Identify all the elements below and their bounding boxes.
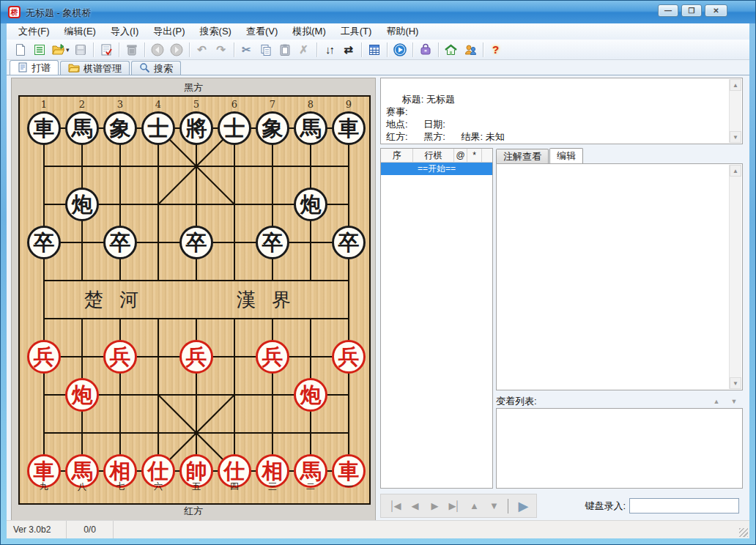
black-piece-卒[interactable]: 卒: [179, 226, 213, 259]
scroll-up-icon[interactable]: ▲: [730, 165, 741, 177]
cut-icon[interactable]: ✂: [237, 41, 256, 59]
move-col-1[interactable]: 序: [381, 149, 413, 162]
paste-icon[interactable]: [275, 41, 294, 59]
info-scrollbar[interactable]: ▲ ▼: [729, 79, 741, 143]
copy-icon[interactable]: [256, 41, 275, 59]
nav-play-button[interactable]: ▶: [514, 497, 532, 515]
menu-item-1[interactable]: 文件(F): [11, 23, 57, 40]
nav-next-button[interactable]: ▶: [425, 497, 443, 515]
nav-up-button[interactable]: ▲: [464, 497, 483, 515]
trash-icon[interactable]: [122, 41, 141, 59]
pack-manager-icon[interactable]: [416, 41, 435, 59]
variation-list[interactable]: [496, 408, 743, 489]
keyboard-entry-input[interactable]: [629, 498, 739, 514]
nav-last-button[interactable]: ▶│: [445, 497, 463, 515]
annotation-tabs: 注解查看编辑: [496, 148, 584, 163]
tab-label: 搜索: [154, 62, 173, 75]
tab-manage[interactable]: 棋谱管理: [60, 61, 130, 75]
forward-icon[interactable]: [167, 41, 186, 59]
annotation-tab-edit[interactable]: 编辑: [549, 148, 583, 163]
undo-icon[interactable]: ↶: [193, 41, 212, 59]
column-number-top: 7: [265, 99, 280, 110]
red-piece-兵[interactable]: 兵: [332, 340, 366, 374]
menu-item-3[interactable]: 导入(I): [103, 23, 146, 40]
annotation-editor[interactable]: ▲ ▼: [496, 163, 743, 390]
flip-vertical-icon[interactable]: ↓↑: [320, 41, 339, 59]
menu-item-6[interactable]: 查看(V): [239, 23, 285, 40]
column-number-bottom: 六: [150, 481, 166, 493]
column-number-bottom: 五: [188, 481, 204, 493]
new-file-icon[interactable]: [11, 41, 30, 59]
toolbar-separator: [387, 42, 388, 57]
black-piece-卒[interactable]: 卒: [103, 226, 137, 259]
open-dropdown-icon[interactable]: ▾: [66, 46, 70, 53]
variation-up-icon[interactable]: ▲: [709, 396, 724, 407]
close-button[interactable]: ✕: [705, 4, 727, 17]
toolbar-separator: [189, 42, 190, 57]
minimize-button[interactable]: —: [658, 4, 678, 17]
move-col-4[interactable]: *: [467, 149, 482, 162]
scroll-down-icon[interactable]: ▼: [730, 131, 741, 143]
menu-item-9[interactable]: 帮助(H): [379, 23, 426, 40]
menu-item-2[interactable]: 编辑(E): [57, 23, 103, 40]
move-col-2[interactable]: 行棋: [413, 149, 454, 162]
users-icon[interactable]: [461, 41, 480, 59]
home-icon[interactable]: [442, 41, 461, 59]
red-piece-兵[interactable]: 兵: [256, 340, 289, 374]
black-piece-馬[interactable]: 馬: [65, 111, 99, 145]
move-row[interactable]: ==开始==: [381, 163, 492, 175]
black-piece-馬[interactable]: 馬: [294, 111, 327, 145]
red-piece-炮[interactable]: 炮: [294, 378, 327, 412]
black-piece-炮[interactable]: 炮: [65, 188, 99, 221]
nav-first-button[interactable]: │◀: [385, 497, 404, 515]
nav-down-button[interactable]: ▼: [484, 497, 503, 515]
board-setup-icon[interactable]: [365, 41, 384, 59]
black-piece-卒[interactable]: 卒: [27, 226, 61, 259]
tab-dapu[interactable]: 打谱: [10, 60, 59, 75]
annotation-tab-view[interactable]: 注解查看: [496, 149, 549, 163]
variation-down-icon[interactable]: ▼: [727, 396, 741, 407]
black-piece-士[interactable]: 士: [141, 111, 175, 145]
menu-item-5[interactable]: 搜索(S): [193, 23, 239, 40]
black-piece-象[interactable]: 象: [256, 111, 289, 145]
move-col-3[interactable]: @: [454, 149, 467, 162]
black-piece-將[interactable]: 將: [179, 111, 213, 145]
nav-prev-button[interactable]: ◀: [405, 497, 423, 515]
red-piece-兵[interactable]: 兵: [179, 340, 213, 374]
move-col-5[interactable]: [482, 149, 492, 162]
back-icon[interactable]: [148, 41, 167, 59]
red-piece-炮[interactable]: 炮: [65, 378, 99, 412]
column-number-bottom: 二: [303, 481, 319, 493]
game-info-edit-icon[interactable]: [97, 41, 116, 59]
game-list-icon[interactable]: [30, 41, 49, 59]
keyboard-entry-label: 键盘录入:: [585, 500, 626, 513]
resize-grip[interactable]: [739, 528, 748, 537]
black-piece-卒[interactable]: 卒: [256, 226, 289, 259]
black-piece-士[interactable]: 士: [218, 111, 251, 145]
black-piece-車[interactable]: 車: [332, 111, 366, 145]
scroll-up-icon[interactable]: ▲: [730, 79, 741, 91]
black-piece-炮[interactable]: 炮: [294, 188, 327, 221]
scroll-down-icon[interactable]: ▼: [730, 377, 741, 389]
game-info-text: 标题: 无标题 赛事: 地点: 日期: 红方: 黑方: 结果: 未知 讲评: 录…: [386, 94, 505, 144]
title-bar: 桥 无标题 - 象棋桥 — ❐ ✕: [1, 1, 755, 23]
redo-icon[interactable]: ↷: [212, 41, 231, 59]
menu-item-8[interactable]: 工具(T): [333, 23, 379, 40]
delete-icon[interactable]: ✗: [294, 41, 314, 59]
menu-item-7[interactable]: 模拟(M): [285, 23, 333, 40]
auto-play-icon[interactable]: [390, 41, 410, 59]
red-piece-兵[interactable]: 兵: [27, 340, 61, 374]
flip-horizontal-icon[interactable]: ⇄: [339, 41, 358, 59]
help-icon[interactable]: ?: [486, 41, 505, 59]
black-piece-卒[interactable]: 卒: [332, 226, 366, 259]
black-piece-象[interactable]: 象: [103, 111, 137, 145]
red-piece-兵[interactable]: 兵: [103, 340, 137, 374]
maximize-button[interactable]: ❐: [681, 4, 702, 17]
tab-search[interactable]: 搜索: [131, 61, 181, 75]
save-icon[interactable]: [71, 41, 90, 59]
xiangqi-board[interactable]: 楚河 漢界 車馬象士將士象馬車炮炮卒卒卒卒卒兵兵兵兵兵炮炮車馬相仕帥仕相馬車12…: [18, 95, 371, 505]
annotation-scrollbar[interactable]: ▲ ▼: [729, 165, 741, 389]
black-piece-車[interactable]: 車: [27, 111, 61, 145]
menu-item-4[interactable]: 导出(P): [146, 23, 192, 40]
column-number-top: 4: [151, 99, 166, 110]
